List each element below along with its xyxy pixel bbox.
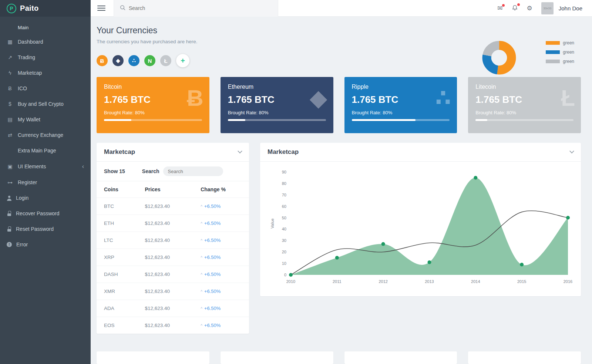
sidebar-item-login[interactable]: Login	[0, 190, 91, 206]
legend-row: green	[546, 50, 574, 55]
legend-label: green	[563, 59, 574, 64]
currency-card-litecoin[interactable]: LitecoinŁ1.765 BTCBrought Rate: 80%	[468, 77, 581, 133]
sidebar-item-reset-password[interactable]: Reset Password	[0, 221, 91, 237]
table-search-label: Search	[142, 168, 159, 174]
table-row: XRP$12,623.40^+6.50%	[97, 249, 249, 266]
litecoin-icon[interactable]: Ł	[160, 55, 171, 66]
column-header-coins: Coins	[97, 181, 137, 198]
bitcoin-watermark-icon: Ƀ	[187, 87, 204, 109]
sidebar-nav: ▦Dashboard↗TradingϟMarketcapɃICO$Buy and…	[0, 34, 91, 252]
page-title: Your Currencies	[97, 26, 581, 36]
user-menu[interactable]: John Doe	[559, 5, 582, 11]
sidebar-item-label: Marketcap	[18, 70, 84, 76]
coin-cell: DASH	[97, 266, 137, 283]
marketcap-chart: 0102030405060708090201020112012201320142…	[260, 162, 581, 296]
brought-rate-label: Brought Rate: 80%	[475, 110, 574, 115]
chart-panel-header: Marketcap	[260, 143, 581, 162]
coin-cell: XMR	[97, 283, 137, 300]
ethereum-icon[interactable]: ◆	[112, 55, 124, 66]
global-search	[114, 0, 278, 17]
currency-card-ripple[interactable]: Ripple∴1.765 BTCBrought Rate: 80%	[344, 77, 457, 133]
chevron-down-icon[interactable]	[569, 149, 574, 154]
table-search-input[interactable]	[163, 166, 223, 176]
avatar[interactable]: 33x33	[541, 2, 554, 14]
svg-text:20: 20	[282, 250, 286, 254]
table-row: ETH$12,623.40^+6.50%	[97, 215, 249, 232]
sidebar-item-my-wallet[interactable]: ▤My Wallet	[0, 112, 91, 127]
panels-row: Marketcap Show 15 Search CoinsPricesChan…	[97, 143, 581, 334]
exchange-icon: ⇄	[7, 132, 13, 138]
sidebar-item-ui-elements[interactable]: ▣UI Elements‹	[0, 158, 91, 175]
svg-text:2015: 2015	[517, 279, 526, 284]
sidebar-item-ico[interactable]: ɃICO	[0, 81, 91, 96]
svg-text:2013: 2013	[425, 279, 434, 284]
donut-legend: greengreengreen	[546, 40, 574, 68]
sidebar-item-recover-password[interactable]: Recover Password	[0, 206, 91, 221]
svg-text:2011: 2011	[333, 279, 342, 284]
change-cell: ^+6.50%	[193, 300, 249, 317]
change-cell: ^+6.50%	[193, 198, 249, 215]
price-cell: $12,623.40	[137, 283, 193, 300]
currency-name: Litecoin	[475, 84, 574, 90]
svg-text:10: 10	[282, 261, 286, 266]
bell-icon[interactable]	[512, 4, 518, 12]
change-cell: ^+6.50%	[193, 266, 249, 283]
card-placeholder	[344, 351, 457, 364]
currency-card-ethereum[interactable]: Ethereum◆1.765 BTCBrought Rate: 80%	[221, 77, 333, 133]
coin-cell: ADA	[97, 300, 137, 317]
table-row: ADA$12,623.40^+6.50%	[97, 300, 249, 317]
mail-icon[interactable]: ✉	[497, 5, 502, 11]
coin-cell: EOS	[97, 317, 137, 334]
search-input[interactable]	[129, 5, 272, 11]
donut-chart	[480, 39, 518, 78]
sidebar-item-label: My Wallet	[18, 117, 84, 122]
sidebar-item-currency-exchange[interactable]: ⇄Currency Exchange	[0, 127, 91, 143]
svg-text:2012: 2012	[379, 279, 387, 284]
user-icon	[7, 196, 11, 200]
rate-progress-track	[475, 119, 574, 121]
svg-text:70: 70	[282, 193, 286, 197]
price-cell: $12,623.40	[137, 215, 193, 232]
legend-row: green	[546, 40, 574, 46]
sidebar-item-register[interactable]: ⊶Register	[0, 175, 91, 190]
svg-text:2016: 2016	[564, 279, 572, 284]
change-value: +6.50%	[204, 272, 221, 277]
menu-toggle-icon[interactable]	[97, 4, 105, 12]
caret-up-icon: ^	[201, 256, 202, 260]
card-placeholder	[468, 351, 581, 364]
sidebar-item-dashboard[interactable]: ▦Dashboard	[0, 34, 91, 50]
currency-amount: 1.765 BTC	[475, 94, 574, 105]
trading-icon: ↗	[7, 54, 13, 60]
sidebar-item-label: Error	[16, 242, 84, 247]
price-cell: $12,623.40	[137, 232, 193, 249]
sidebar-item-buy-and-sell-crypto[interactable]: $Buy and Sell Crypto	[0, 96, 91, 112]
change-value: +6.50%	[204, 306, 221, 311]
sidebar-item-trading[interactable]: ↗Trading	[0, 50, 91, 65]
legend-label: green	[563, 40, 574, 46]
card-placeholder	[97, 351, 209, 364]
rate-progress-track	[352, 119, 450, 121]
chevron-down-icon[interactable]	[238, 149, 242, 154]
show-entries-control[interactable]: Show 15	[104, 168, 125, 174]
neo-icon[interactable]: N	[144, 55, 155, 66]
chevron-left-icon: ‹	[82, 163, 84, 170]
caret-up-icon: ^	[201, 273, 202, 277]
change-cell: ^+6.50%	[193, 249, 249, 266]
currency-card-bitcoin[interactable]: BitcoinɃ1.765 BTCBrought Rate: 80%	[97, 77, 209, 133]
gear-icon[interactable]: ⚙	[527, 5, 532, 11]
table-row: LTC$12,623.40^+6.50%	[97, 232, 249, 249]
svg-text:0: 0	[284, 273, 286, 277]
sidebar-item-marketcap[interactable]: ϟMarketcap	[0, 65, 91, 81]
add-currency-button[interactable]: +	[176, 54, 189, 67]
brought-rate-label: Brought Rate: 80%	[352, 110, 450, 115]
ripple-icon[interactable]: ∴	[128, 55, 139, 66]
sidebar-item-extra-main-page[interactable]: Extra Main Page	[0, 143, 91, 158]
sidebar-item-error[interactable]: Error	[0, 237, 91, 252]
price-cell: $12,623.40	[137, 300, 193, 317]
rate-progress-fill	[228, 119, 246, 121]
table-panel-title: Marketcap	[104, 148, 135, 156]
bitcoin-icon[interactable]: Ƀ	[97, 55, 108, 66]
brand[interactable]: P Paito	[0, 0, 91, 17]
dollar-icon: $	[7, 101, 13, 107]
legend-swatch	[546, 41, 560, 45]
